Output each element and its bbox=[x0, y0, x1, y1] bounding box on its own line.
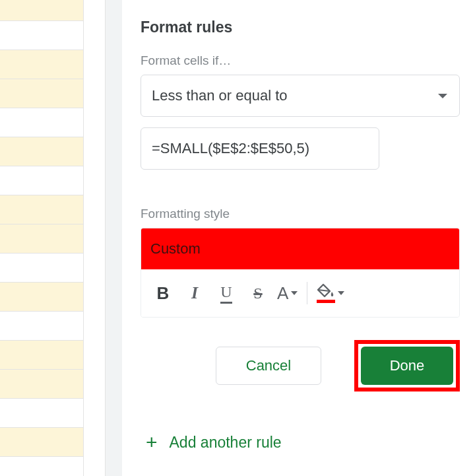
style-preview[interactable]: Custom bbox=[141, 228, 459, 269]
chevron-down-icon bbox=[338, 291, 344, 295]
sheet-cell[interactable] bbox=[0, 21, 84, 50]
sheet-cell[interactable] bbox=[0, 166, 84, 195]
fill-color-button[interactable] bbox=[314, 278, 347, 308]
add-rule-label: Add another rule bbox=[170, 434, 282, 452]
sheet-cell[interactable] bbox=[0, 370, 84, 399]
add-another-rule-button[interactable]: + Add another rule bbox=[141, 432, 464, 452]
chevron-down-icon bbox=[291, 291, 298, 295]
style-box: Custom B I U S A bbox=[141, 228, 460, 318]
sheet-cell[interactable] bbox=[0, 137, 84, 166]
done-button[interactable]: Done bbox=[361, 347, 453, 385]
style-name: Custom bbox=[150, 240, 201, 257]
bold-button[interactable]: B bbox=[148, 278, 178, 308]
underline-button[interactable]: U bbox=[211, 278, 241, 308]
condition-dropdown[interactable]: Less than or equal to bbox=[141, 75, 460, 117]
condition-selected-value: Less than or equal to bbox=[152, 87, 287, 104]
sheet-cell[interactable] bbox=[0, 457, 84, 476]
sheet-cell[interactable] bbox=[0, 428, 84, 457]
italic-button[interactable]: I bbox=[179, 278, 210, 308]
scrollbar-gutter[interactable] bbox=[106, 0, 122, 476]
condition-value-input[interactable] bbox=[141, 127, 379, 170]
formatting-style-label: Formatting style bbox=[141, 207, 464, 221]
strikethrough-button[interactable]: S bbox=[243, 278, 273, 308]
button-row: Cancel Done bbox=[141, 340, 460, 391]
sheet-cell[interactable] bbox=[0, 399, 84, 428]
sheet-cell[interactable] bbox=[0, 254, 84, 283]
separator bbox=[307, 282, 307, 304]
cancel-button[interactable]: Cancel bbox=[216, 347, 321, 385]
sheet-cell[interactable] bbox=[0, 0, 84, 21]
sheet-cell[interactable] bbox=[0, 224, 84, 254]
sheet-cell[interactable] bbox=[0, 195, 84, 224]
done-highlight-box: Done bbox=[354, 340, 460, 391]
sheet-cell[interactable] bbox=[0, 79, 84, 108]
sheet-cell[interactable] bbox=[0, 283, 84, 312]
paint-bucket-icon bbox=[317, 283, 335, 303]
text-color-icon: A bbox=[277, 285, 288, 302]
plus-icon: + bbox=[146, 432, 158, 452]
format-rules-panel: Format rules Format cells if… Less than … bbox=[122, 0, 475, 476]
sheet-cell[interactable] bbox=[0, 108, 84, 137]
chevron-down-icon bbox=[438, 94, 447, 98]
sheet-cell[interactable] bbox=[0, 50, 84, 79]
sheet-cell[interactable] bbox=[0, 341, 84, 370]
sheet-cell[interactable] bbox=[0, 312, 84, 341]
text-color-button[interactable]: A bbox=[274, 278, 300, 308]
style-toolbar: B I U S A bbox=[141, 269, 459, 317]
section-title: Format rules bbox=[141, 18, 464, 36]
sheet-empty-column bbox=[84, 0, 106, 476]
format-cells-if-label: Format cells if… bbox=[141, 53, 464, 68]
sheet-preview bbox=[0, 0, 122, 476]
